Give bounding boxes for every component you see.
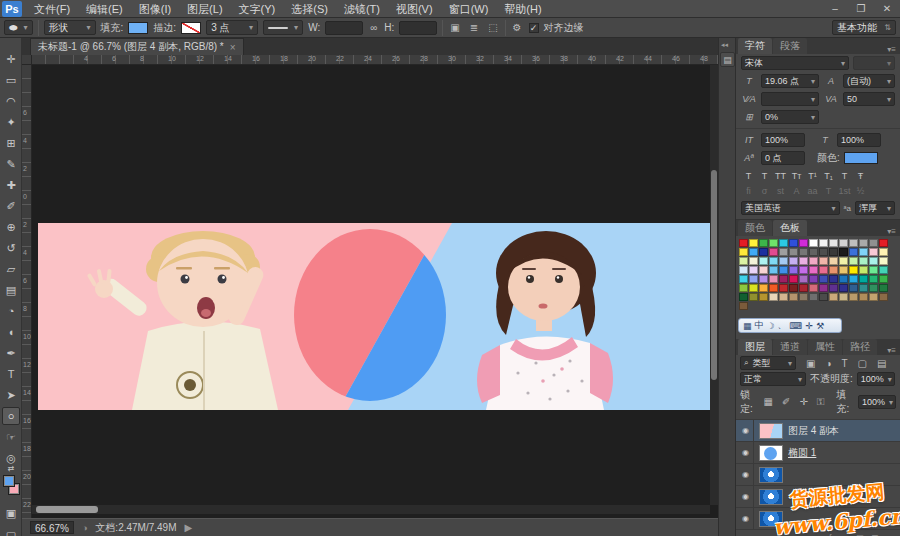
color-swatch[interactable] (879, 248, 888, 256)
layer-visibility-toggle[interactable]: ◉ (738, 420, 754, 442)
opentype-button[interactable]: 1st (837, 185, 852, 198)
color-swatch[interactable] (879, 275, 888, 283)
color-swatch[interactable] (829, 275, 838, 283)
color-swatch[interactable] (839, 266, 848, 274)
vertical-scrollbar[interactable] (710, 65, 718, 505)
layer-thumbnail[interactable] (759, 489, 783, 505)
color-swatch[interactable] (749, 275, 758, 283)
color-swatch[interactable] (749, 293, 758, 301)
menu-item-选择(S)[interactable]: 选择(S) (283, 0, 336, 18)
color-swatch[interactable] (739, 266, 748, 274)
align-edges-checkbox[interactable]: ✓ (529, 23, 539, 33)
type-style-button[interactable]: T (757, 170, 772, 183)
tab-character[interactable]: 字符 (738, 38, 772, 54)
screen-mode-button[interactable]: ▢ (2, 526, 20, 536)
menu-item-滤镜(T)[interactable]: 滤镜(T) (336, 0, 388, 18)
color-swatch[interactable] (809, 284, 818, 292)
color-swatch[interactable] (879, 239, 888, 247)
stroke-width-select[interactable]: 3 点 ▾ (206, 20, 258, 35)
font-size-select[interactable]: 19.06 点 ▾ (761, 74, 819, 88)
ime-icon[interactable]: ✛ (806, 321, 814, 331)
type-style-button[interactable]: TT (773, 170, 788, 183)
proportional-spacing-select[interactable]: 0% ▾ (761, 110, 819, 124)
fill-field[interactable]: 100% ▾ (858, 395, 896, 409)
path-operation-icon[interactable]: ≣ (468, 22, 480, 33)
font-style-select[interactable]: ▾ (853, 56, 895, 70)
path-operation-icon[interactable]: ⬚ (486, 22, 499, 33)
canvas-viewport[interactable] (32, 65, 710, 505)
color-swatch[interactable] (739, 275, 748, 283)
color-swatch[interactable] (759, 239, 768, 247)
path-selection-tool[interactable]: ➤ (2, 386, 20, 404)
antialias-select[interactable]: 浑厚 ▾ (855, 201, 895, 215)
tab-paths[interactable]: 路径 (843, 339, 877, 355)
panel-menu-icon[interactable]: ▾≡ (887, 45, 898, 54)
workspace-switcher[interactable]: 基本功能 ⇅ (832, 20, 896, 35)
lock-icon[interactable]: ✐ (780, 396, 792, 408)
color-swatch[interactable] (819, 284, 828, 292)
color-swatch[interactable] (869, 257, 878, 265)
color-swatch[interactable] (859, 239, 868, 247)
quick-mask-button[interactable]: ▣ (2, 504, 20, 522)
tab-channels[interactable]: 通道 (773, 339, 807, 355)
color-swatch[interactable] (879, 284, 888, 292)
color-swatch[interactable] (859, 248, 868, 256)
color-swatch[interactable] (749, 248, 758, 256)
type-style-button[interactable]: T¹ (805, 170, 820, 183)
color-swatch[interactable] (849, 266, 858, 274)
color-swatch[interactable] (779, 266, 788, 274)
healing-brush-tool[interactable]: ✚ (2, 176, 20, 194)
horizontal-ruler[interactable]: 4681012141618202224262830323436384042444… (32, 55, 718, 65)
tab-swatches[interactable]: 色板 (773, 220, 807, 236)
close-tab-icon[interactable]: × (230, 42, 236, 53)
color-swatch[interactable] (849, 293, 858, 301)
tab-properties[interactable]: 属性 (808, 339, 842, 355)
color-swatch[interactable] (819, 293, 828, 301)
ime-icon[interactable]: ▦ (743, 321, 752, 331)
minimize-button[interactable]: – (822, 1, 848, 17)
color-swatch[interactable] (839, 239, 848, 247)
layer-visibility-toggle[interactable]: ◉ (738, 508, 754, 530)
color-swatch[interactable] (779, 239, 788, 247)
color-swatch[interactable] (759, 257, 768, 265)
history-panel-icon[interactable]: ▤ (720, 52, 735, 67)
vertical-ruler[interactable]: 642024681012141618202224 (22, 65, 32, 536)
tab-layers[interactable]: 图层 (738, 339, 772, 355)
color-swatch[interactable] (799, 257, 808, 265)
color-swatch[interactable] (779, 284, 788, 292)
layer-name[interactable]: 图层 4 副本 (788, 424, 839, 438)
color-swatch[interactable] (789, 275, 798, 283)
dodge-tool[interactable]: ◖ (2, 323, 20, 341)
layer-filter-icon[interactable]: ▢ (856, 358, 869, 369)
color-swatch[interactable] (779, 293, 788, 301)
opentype-button[interactable]: aa (805, 185, 820, 198)
text-color-swatch[interactable] (844, 152, 878, 164)
color-swatch[interactable] (769, 248, 778, 256)
type-style-button[interactable]: T (837, 170, 852, 183)
color-swatch[interactable] (789, 266, 798, 274)
tab-paragraph[interactable]: 段落 (773, 38, 807, 54)
quick-selection-tool[interactable]: ✦ (2, 113, 20, 131)
blur-tool[interactable]: ◔ (2, 302, 20, 320)
color-swatch[interactable] (839, 248, 848, 256)
opentype-button[interactable]: ½ (853, 185, 868, 198)
layer-filter-kind-select[interactable]: ⌕ 类型 ▾ (740, 356, 796, 370)
horizontal-scrollbar-thumb[interactable] (36, 506, 98, 513)
color-swatch[interactable] (749, 266, 758, 274)
color-swatch[interactable] (769, 275, 778, 283)
color-swatch[interactable] (769, 257, 778, 265)
color-swatch[interactable] (759, 248, 768, 256)
hand-tool[interactable]: ☞ (2, 428, 20, 446)
layer-filter-icon[interactable]: ▤ (875, 358, 888, 369)
stroke-style-select[interactable]: ▾ (263, 20, 303, 35)
color-swatch[interactable] (789, 239, 798, 247)
menu-item-图层(L)[interactable]: 图层(L) (179, 0, 230, 18)
color-swatch[interactable] (829, 257, 838, 265)
color-swatch[interactable] (799, 275, 808, 283)
layer-row[interactable]: ◉ (736, 464, 900, 486)
layer-filter-icon[interactable]: ◑ (823, 358, 833, 369)
tab-color[interactable]: 颜色 (738, 220, 772, 236)
clone-stamp-tool[interactable]: ⊕ (2, 218, 20, 236)
color-swatch[interactable] (789, 284, 798, 292)
eraser-tool[interactable]: ▱ (2, 260, 20, 278)
